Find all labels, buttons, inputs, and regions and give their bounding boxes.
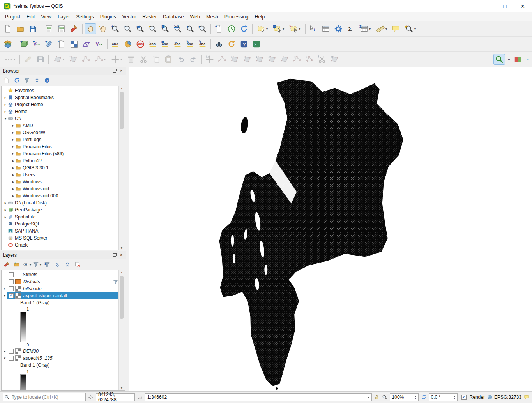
spin-arrows[interactable]: ▴▾ (454, 395, 455, 399)
deselect-features-button[interactable]: × (287, 23, 303, 34)
map-tips-button[interactable] (390, 23, 402, 34)
add-virtual-layer-button[interactable] (93, 39, 105, 50)
spatial-bookmarks-button[interactable]: ★ (403, 23, 418, 34)
rotation-spinbox[interactable]: 0.0 ° ▴▾ (429, 393, 458, 401)
crs-status[interactable]: EPSG:32733 (487, 394, 521, 400)
metasearch-button[interactable] (213, 39, 225, 50)
measure-button[interactable] (374, 23, 389, 34)
offset-curve-button[interactable]: » (304, 54, 315, 65)
zoom-native-button[interactable]: 1:1 (172, 23, 184, 34)
open-project-button[interactable] (14, 23, 26, 34)
add-point-feature-button[interactable]: • (67, 54, 79, 65)
browser-item-c-drive[interactable]: ▾ C:\ (2, 115, 125, 122)
temporal-controller-button[interactable] (226, 23, 237, 34)
expander-icon[interactable]: ▸ (2, 349, 7, 353)
render-checkbox[interactable] (461, 395, 467, 400)
current-edits-button[interactable] (2, 54, 18, 65)
layer-row-streets[interactable]: Streets (2, 271, 125, 278)
browser-item-osgeo4w[interactable]: ▸ OSGeo4W (2, 129, 125, 136)
layer-row-dem30[interactable]: ▸ DEM30 (2, 348, 125, 355)
browser-item-perflogs[interactable]: ▸ PerfLogs (2, 136, 125, 143)
expander-icon[interactable]: ▸ (2, 287, 7, 291)
menu-vector[interactable]: Vector (119, 13, 139, 21)
open-attribute-table-button[interactable] (320, 23, 332, 34)
paste-features-button[interactable] (163, 54, 174, 65)
zoom-next-button[interactable]: ▸ (197, 23, 209, 34)
refresh-map-button[interactable] (238, 23, 250, 34)
browser-item-windows[interactable]: ▸ Windows (2, 178, 125, 185)
expander-icon[interactable]: ▸ (11, 187, 16, 191)
show-properties-button[interactable] (42, 76, 52, 85)
expander-icon[interactable]: ▸ (3, 103, 8, 107)
browser-item-ms-sql-server[interactable]: MS SQL Server (2, 234, 125, 241)
expander-icon[interactable]: ▸ (11, 131, 16, 135)
render-toggle[interactable]: Render (460, 394, 485, 400)
layer-filter-indicator-icon[interactable] (113, 279, 118, 284)
locator-input[interactable] (11, 394, 84, 400)
zoom-full-button[interactable]: ▭ (134, 23, 146, 34)
pin-unpin-labels-button[interactable]: ↓ (147, 39, 159, 50)
select-features-button[interactable] (255, 23, 270, 34)
menu-project[interactable]: Project (2, 13, 23, 21)
zoom-to-selection-button[interactable]: ▪ (147, 23, 159, 34)
menu-processing[interactable]: Processing (221, 13, 252, 21)
scale-combobox[interactable]: 1:346602 ▾ (145, 393, 372, 401)
extents-icon[interactable] (137, 394, 143, 400)
layer-labeling-options-button[interactable] (110, 39, 121, 50)
remove-layer-button[interactable] (73, 260, 82, 269)
save-layer-edits-button[interactable] (35, 54, 46, 65)
browser-item-d-drive[interactable]: ▸ D:\ (Local Disk) (2, 199, 125, 206)
expander-icon[interactable]: ▸ (3, 96, 8, 99)
add-part-button[interactable]: + (241, 54, 253, 65)
move-feature-button[interactable] (109, 54, 124, 65)
rotate-label-button[interactable]: ↻ (184, 39, 196, 50)
new-spatialite-layer-button[interactable]: + (43, 39, 55, 50)
messages-icon[interactable] (524, 394, 529, 400)
zoom-to-layer-button[interactable]: ▤ (159, 23, 171, 34)
mouse-position-icon[interactable] (88, 394, 94, 400)
float-panel-button[interactable] (112, 253, 117, 257)
expander-icon[interactable]: ▸ (11, 166, 16, 170)
layer-checkbox[interactable] (9, 272, 14, 277)
show-layout-manager-button[interactable]: ≡ (56, 23, 67, 34)
add-raster-layer-button[interactable] (68, 39, 80, 50)
layers-scrollbar[interactable]: ▴ ▾ (118, 270, 125, 390)
locator-box[interactable] (3, 393, 86, 401)
zoom-out-button[interactable]: − (122, 23, 134, 34)
reshape-features-button[interactable]: + (291, 54, 303, 65)
help-contents-button[interactable] (238, 39, 250, 50)
menu-mesh[interactable]: Mesh (203, 13, 221, 21)
expander-icon[interactable]: ▾ (2, 294, 7, 298)
scroll-down-icon[interactable]: ▾ (119, 246, 124, 250)
selected-layer-row[interactable]: aspect_slope_rainfall (7, 292, 118, 299)
expander-icon[interactable]: ▾ (3, 117, 8, 121)
minimize-button[interactable]: – (478, 0, 496, 12)
add-group-button[interactable]: + (12, 260, 21, 269)
maximize-button[interactable]: □ (496, 0, 514, 12)
browser-item-home[interactable]: ▸ Home (2, 108, 125, 115)
browser-item-program-files[interactable]: ▸ Program Files (2, 143, 125, 150)
expander-icon[interactable]: ▸ (3, 208, 8, 212)
float-panel-button[interactable] (112, 69, 117, 73)
new-geopackage-layer-button[interactable]: + (18, 39, 30, 50)
save-project-button[interactable] (27, 23, 39, 34)
zoom-last-button[interactable]: ◂ (184, 23, 196, 34)
browser-item-qgis-3301[interactable]: ▸ QGIS 3.30.1 (2, 164, 125, 171)
delete-part-button[interactable]: − (279, 54, 290, 65)
pan-map-button[interactable] (85, 23, 96, 34)
filter-legend-button[interactable] (32, 260, 42, 269)
expander-icon[interactable]: ▸ (11, 194, 16, 198)
statistical-summary-button[interactable] (345, 23, 357, 34)
toggle-editing-button[interactable] (22, 54, 34, 65)
menu-database[interactable]: Database (160, 13, 187, 21)
menu-plugins[interactable]: Plugins (97, 13, 119, 21)
expander-icon[interactable]: ▸ (11, 124, 16, 128)
show-hide-labels-button[interactable]: ◉ (159, 39, 171, 50)
browser-item-windows-old-000[interactable]: ▸ Windows.old.000 (2, 192, 125, 199)
scroll-up-icon[interactable]: ▴ (119, 87, 124, 90)
menu-web[interactable]: Web (187, 13, 203, 21)
pan-to-selection-button[interactable]: ▪ (97, 23, 109, 34)
expander-icon[interactable]: ▸ (3, 110, 8, 114)
python-console-button[interactable] (251, 39, 262, 50)
map-canvas[interactable] (129, 67, 532, 391)
